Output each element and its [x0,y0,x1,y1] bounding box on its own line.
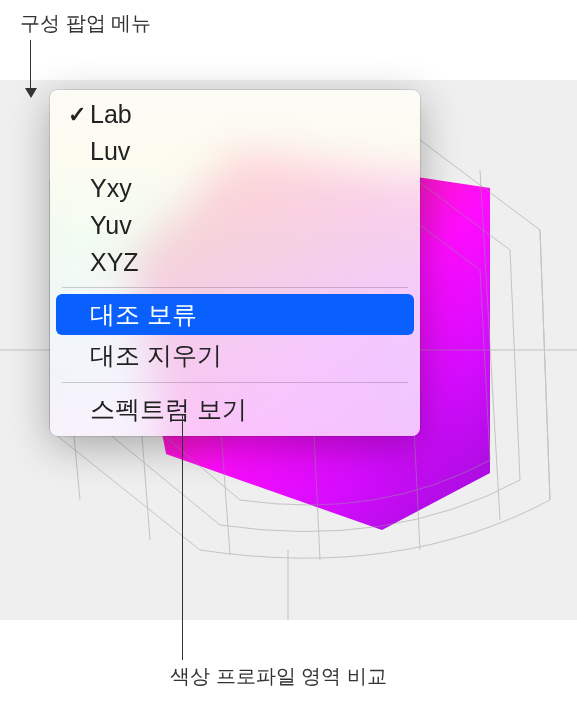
annotation-leader-line [30,40,31,90]
menu-item-yuv[interactable]: Yuv [50,207,420,244]
menu-item-label: 대조 지우기 [90,339,406,372]
menu-item-label: Luv [90,137,406,166]
menu-item-label: Yuv [90,211,406,240]
menu-item-luv[interactable]: Luv [50,133,420,170]
menu-separator [62,382,408,383]
configuration-popup-menu[interactable]: ✓ Lab Luv Yxy Yuv XYZ 대조 보류 대조 지우기 스펙트럼 … [50,90,420,436]
menu-item-lab[interactable]: ✓ Lab [50,96,420,133]
annotation-label-bottom: 색상 프로파일 영역 비교 [170,663,387,690]
annotation-arrow [25,88,37,98]
menu-item-label: Yxy [90,174,406,203]
menu-item-yxy[interactable]: Yxy [50,170,420,207]
menu-separator [62,287,408,288]
menu-item-xyz[interactable]: XYZ [50,244,420,281]
menu-item-label: 스펙트럼 보기 [90,393,406,426]
menu-item-show-spectrum[interactable]: 스펙트럼 보기 [50,389,420,430]
svg-line-8 [540,230,550,500]
menu-item-label: 대조 보류 [90,298,406,331]
checkmark-icon: ✓ [64,102,90,128]
menu-item-label: XYZ [90,248,406,277]
menu-item-clear-comparison[interactable]: 대조 지우기 [50,335,420,376]
annotation-leader-line [182,415,183,660]
menu-item-label: Lab [90,100,406,129]
menu-item-hold-for-comparison[interactable]: 대조 보류 [56,294,414,335]
annotation-label-top: 구성 팝업 메뉴 [20,10,151,37]
